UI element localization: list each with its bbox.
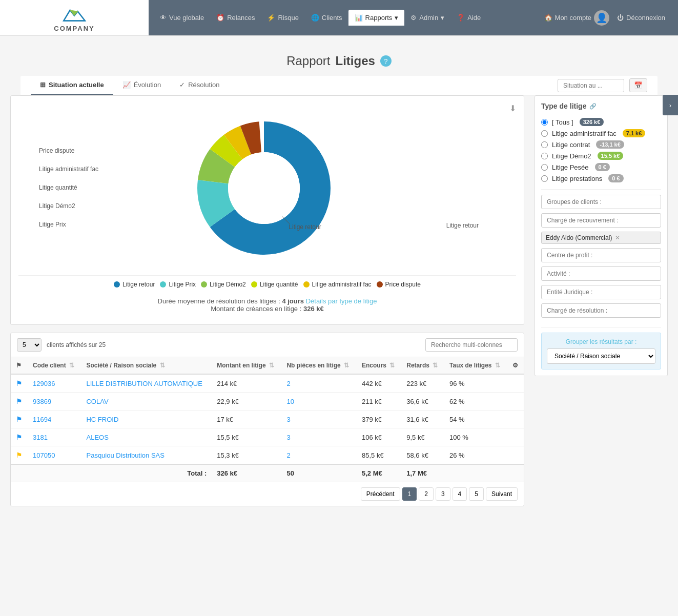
- calendar-button[interactable]: 📅: [629, 78, 647, 92]
- societe-cell: HC FROID: [81, 410, 212, 428]
- nb-pieces-link[interactable]: 10: [286, 398, 294, 405]
- page-1-button[interactable]: 1: [402, 487, 417, 501]
- client-code-link[interactable]: 129036: [33, 380, 55, 387]
- tab-situation-actuelle[interactable]: ⊞ Situation actuelle: [31, 76, 113, 95]
- client-code-link[interactable]: 11694: [33, 416, 51, 423]
- check-icon: ✓: [179, 81, 185, 89]
- next-page-button[interactable]: Suivant: [486, 487, 518, 501]
- client-societe-link[interactable]: LILLE DISTRIBUTION AUTOMATIQUE: [86, 380, 202, 387]
- taux-cell: 96 %: [444, 374, 507, 393]
- page-3-button[interactable]: 3: [436, 487, 450, 501]
- societe-cell: ALEOS: [81, 428, 212, 446]
- radio-demo2[interactable]: Litige Démo2 15,5 k€: [541, 150, 661, 161]
- remove-commercial-tag[interactable]: ✕: [615, 234, 620, 241]
- table-row: ⚑ 107050 Pasquiou Distribution SAS 15,3 …: [11, 446, 524, 465]
- nav-rapports[interactable]: 📊 Rapports ▾: [348, 10, 405, 26]
- radio-pesee-input[interactable]: [541, 164, 548, 171]
- badge-contrat: -13,1 k€: [596, 140, 624, 149]
- groupes-clients-input[interactable]: [541, 195, 661, 209]
- account-link[interactable]: 🏠 Mon compte 👤: [544, 10, 610, 26]
- page-title-main: Litiges: [336, 54, 375, 68]
- client-code-link[interactable]: 3181: [33, 434, 48, 441]
- sort-taux-icon[interactable]: ⇅: [495, 362, 500, 369]
- help-icon[interactable]: ?: [380, 55, 392, 67]
- client-code-link[interactable]: 93869: [33, 398, 51, 405]
- tabs-bar: ⊞ Situation actuelle 📈 Évolution ✓ Résol…: [20, 76, 658, 95]
- page-2-button[interactable]: 2: [419, 487, 434, 501]
- client-code-link[interactable]: 107050: [33, 451, 55, 459]
- group-select[interactable]: Société / Raison sociale: [547, 348, 655, 364]
- client-societe-link[interactable]: Pasquiou Distribution SAS: [86, 451, 164, 459]
- search-multi-input[interactable]: [425, 338, 518, 352]
- export-icon[interactable]: ⬇: [509, 104, 516, 113]
- radio-tous-input[interactable]: [541, 119, 548, 126]
- legend-dot-pricedispute: [377, 281, 383, 288]
- actions-cell: [507, 393, 524, 410]
- nb-pieces-link[interactable]: 2: [286, 451, 290, 459]
- label-litige-prix: Litige Prix: [39, 221, 98, 228]
- radio-prestations-input[interactable]: [541, 175, 548, 182]
- nav-aide[interactable]: ❓ Aide: [450, 10, 487, 26]
- eye-icon: 👁: [160, 14, 167, 22]
- radio-adminfac-input[interactable]: [541, 130, 548, 137]
- charge-recouvrement-input[interactable]: [541, 213, 661, 228]
- nav-clients[interactable]: 🌐 Clients: [305, 10, 348, 26]
- collapse-toggle[interactable]: ›: [663, 95, 678, 115]
- tab-resolution[interactable]: ✓ Résolution: [170, 76, 229, 95]
- flag-icon: ⚑: [16, 397, 23, 405]
- client-societe-link[interactable]: COLAV: [86, 398, 108, 405]
- montant-cell: 17 k€: [212, 410, 281, 428]
- client-societe-link[interactable]: ALEOS: [86, 434, 108, 441]
- page-title-prefix: Rapport: [286, 54, 330, 68]
- encours-cell: 211 k€: [357, 393, 401, 410]
- link-icon: 🔗: [589, 103, 597, 110]
- sort-montant-icon[interactable]: ⇅: [269, 362, 274, 369]
- societe-cell: LILLE DISTRIBUTION AUTOMATIQUE: [81, 374, 212, 393]
- centre-profit-input[interactable]: [541, 248, 661, 262]
- nav-risque[interactable]: ⚡ Risque: [261, 10, 304, 26]
- flag-cell: ⚑: [11, 393, 28, 410]
- sort-nbpieces-icon[interactable]: ⇅: [344, 362, 349, 369]
- taux-cell: 54 %: [444, 410, 507, 428]
- page-4-button[interactable]: 4: [453, 487, 467, 501]
- code-cell: 107050: [28, 446, 81, 465]
- sort-code-icon[interactable]: ⇅: [69, 362, 74, 369]
- nb-pieces-link[interactable]: 2: [286, 380, 290, 387]
- radio-tous[interactable]: [ Tous ] 326 k€: [541, 116, 661, 128]
- situation-date-input[interactable]: [558, 79, 624, 92]
- charge-resolution-input[interactable]: [541, 303, 661, 318]
- activite-input[interactable]: [541, 266, 661, 281]
- radio-adminfac[interactable]: Litige administratif fac 7,1 k€: [541, 128, 661, 139]
- radio-contrat-input[interactable]: [541, 141, 548, 148]
- legend-dot-quantite: [251, 281, 257, 288]
- encours-cell: 85,5 k€: [357, 446, 401, 465]
- radio-contrat[interactable]: Litige contrat -13,1 k€: [541, 139, 661, 150]
- clients-label: clients affichés sur 25: [47, 341, 106, 348]
- per-page-select[interactable]: 5102550: [17, 338, 42, 352]
- sort-societe-icon[interactable]: ⇅: [160, 362, 165, 369]
- left-panel: ⬇ Price dispute Litige administratif fac…: [10, 95, 524, 506]
- nav-relances[interactable]: ⏰ Relances: [210, 10, 261, 26]
- total-encours: 5,2 M€: [357, 464, 401, 482]
- table-card: 5102550 clients affichés sur 25 ⚑ Code c…: [10, 333, 524, 506]
- label-litige-retour: Litige retour: [446, 222, 479, 229]
- sort-encours-icon[interactable]: ⇅: [389, 362, 395, 369]
- entite-juridique-input[interactable]: [541, 285, 661, 299]
- client-societe-link[interactable]: HC FROID: [86, 416, 118, 423]
- radio-demo2-input[interactable]: [541, 153, 548, 159]
- encours-cell: 379 k€: [357, 410, 401, 428]
- tab-evolution[interactable]: 📈 Évolution: [113, 76, 170, 95]
- legend-dot-retour: [114, 281, 120, 288]
- nav-admin[interactable]: ⚙ Admin ▾: [404, 10, 450, 26]
- logout-link[interactable]: ⏻ Déconnexion: [617, 14, 665, 22]
- nav-vue-globale[interactable]: 👁 Vue globale: [154, 10, 210, 26]
- prev-page-button[interactable]: Précédent: [361, 487, 400, 501]
- nb-pieces-link[interactable]: 3: [286, 416, 290, 423]
- page-5-button[interactable]: 5: [469, 487, 484, 501]
- montant-cell: 214 k€: [212, 374, 281, 393]
- radio-pesee[interactable]: Litige Pesée 0 €: [541, 161, 661, 173]
- nb-pieces-link[interactable]: 3: [286, 434, 290, 441]
- details-link[interactable]: Détails par type de litige: [306, 297, 377, 305]
- sort-retards-icon[interactable]: ⇅: [433, 362, 438, 369]
- radio-prestations[interactable]: Litige prestations 0 €: [541, 173, 661, 184]
